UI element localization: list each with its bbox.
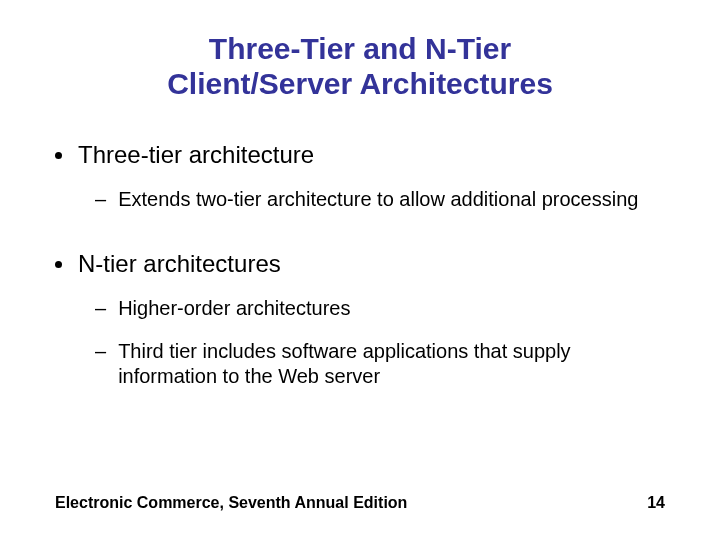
bullet-dot-icon [55,152,62,159]
title-line-1: Three-Tier and N-Tier [0,32,720,67]
bullet-level1: Three-tier architecture [55,141,665,169]
bullet-text: Three-tier architecture [78,141,314,169]
bullet-level1: N-tier architectures [55,250,665,278]
bullet-level2: – Extends two-tier architecture to allow… [95,187,665,212]
spacer [55,230,665,250]
footer-source: Electronic Commerce, Seventh Annual Edit… [55,494,407,512]
bullet-text: Third tier includes software application… [118,339,665,389]
bullet-dash-icon: – [95,187,106,212]
bullet-text: Higher-order architectures [118,296,350,321]
bullet-dash-icon: – [95,296,106,321]
title-line-2: Client/Server Architectures [0,67,720,102]
slide-footer: Electronic Commerce, Seventh Annual Edit… [55,494,665,512]
bullet-dash-icon: – [95,339,106,364]
bullet-level2: – Higher-order architectures [95,296,665,321]
page-number: 14 [647,494,665,512]
slide-title: Three-Tier and N-Tier Client/Server Arch… [0,0,720,101]
bullet-text: N-tier architectures [78,250,281,278]
bullet-text: Extends two-tier architecture to allow a… [118,187,638,212]
slide-content: Three-tier architecture – Extends two-ti… [0,101,720,389]
bullet-level2: – Third tier includes software applicati… [95,339,665,389]
bullet-dot-icon [55,261,62,268]
